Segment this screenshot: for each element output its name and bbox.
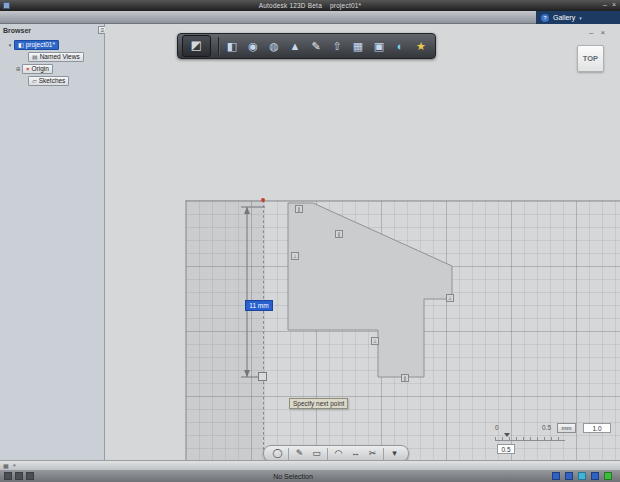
grid-toggle-icon[interactable]: ▦ [3, 462, 9, 469]
pattern-icon[interactable]: ▦ [348, 36, 368, 56]
scale-ruler [495, 437, 565, 441]
toolbar-separator [218, 37, 219, 55]
tree-row: ▱ Sketches [0, 75, 104, 86]
window-controls: – × [603, 1, 616, 8]
browser-tree: ▾ ◧ project01* ▤ Named Views ⊞ × Origin [0, 38, 104, 86]
constraint-icon[interactable]: ⊥ [291, 252, 299, 260]
expander-icon[interactable]: ▾ [6, 42, 14, 48]
prompt-tooltip: Specify next point [289, 398, 348, 409]
gallery-zone: ? Gallery ▾ [536, 11, 620, 24]
taskbar-icon[interactable] [4, 472, 12, 480]
extrude-icon[interactable]: ⇧ [327, 36, 347, 56]
app-menu-button[interactable]: ◩ [182, 35, 211, 57]
expander-icon[interactable]: ⊞ [14, 66, 22, 72]
ruler-marker-icon[interactable] [504, 433, 510, 437]
tree-item-project[interactable]: ◧ project01* [14, 40, 59, 50]
arc-tool-icon[interactable]: ◠ [331, 447, 346, 460]
arrow-down-icon [244, 370, 250, 377]
status-bar: ▦ ⌖ [0, 460, 620, 470]
dimension-tool-icon[interactable]: ↔ [348, 447, 363, 460]
doc-minimize-button[interactable]: – [589, 28, 593, 37]
taskbar-icon[interactable] [26, 472, 34, 480]
origin-hidden-icon: × [26, 66, 30, 72]
sketches-icon: ▱ [32, 78, 37, 84]
grid-scale-end: 0.5 [542, 424, 551, 431]
toolbar-separator [288, 448, 289, 460]
tree-row: ▾ ◧ project01* [0, 39, 104, 50]
app-title: Autodesk 123D Beta [259, 2, 322, 9]
snap-toggle-icon[interactable]: ⌖ [13, 462, 16, 469]
document-title: project01* [330, 2, 361, 9]
snap-point-marker [258, 372, 267, 381]
primitive-sphere-icon[interactable]: ◉ [243, 36, 263, 56]
tray-app-icon[interactable] [604, 472, 612, 480]
chevron-down-icon[interactable]: ▾ [579, 15, 582, 21]
constraint-icon[interactable]: ⊥ [446, 294, 454, 302]
views-icon: ▤ [32, 54, 38, 60]
tree-item-label: Named Views [40, 53, 80, 60]
bottom-left-icons [4, 472, 34, 480]
tray-app-icon[interactable] [591, 472, 599, 480]
sketch-profile[interactable] [288, 203, 452, 377]
application-window: Autodesk 123D Beta project01* – × ? Gall… [0, 0, 620, 482]
constraint-icon[interactable]: ∥ [295, 205, 303, 213]
title-bar: Autodesk 123D Beta project01* – × [0, 0, 620, 11]
grid-scale-start: 0 [495, 424, 499, 431]
primitive-cone-icon[interactable]: ▲ [285, 36, 305, 56]
tree-item-label: Origin [32, 65, 49, 72]
constraint-icon[interactable]: ∥ [335, 230, 343, 238]
dimension-value-input[interactable]: 11 mm [245, 300, 273, 311]
browser-panel: Browser ≡ ▾ ◧ project01* ▤ Named Views ⊞ [0, 24, 105, 460]
view-cube[interactable]: TOP [577, 45, 604, 72]
primitive-cylinder-icon[interactable]: ◍ [264, 36, 284, 56]
sketch-toolbar: ◯ ✎ ▭ ◠ ↔ ✂ ▾ [263, 445, 409, 460]
window-title: Autodesk 123D Beta project01* [0, 2, 620, 9]
trim-tool-icon[interactable]: ✂ [365, 447, 380, 460]
selection-status-text: No Selection [34, 473, 552, 480]
tree-item-label: Sketches [39, 77, 66, 84]
doc-close-button[interactable]: × [600, 28, 605, 37]
rectangle-tool-icon[interactable]: ▭ [309, 447, 324, 460]
viewport-canvas[interactable]: ∥ ⊥ ∥ ⊥ ∥ ⊥ 11 mm Specify next point ◩ ◧… [105, 24, 620, 460]
sketch-overlay [105, 24, 620, 460]
polyline-tool-icon[interactable]: ✎ [292, 447, 307, 460]
tree-item-sketches[interactable]: ▱ Sketches [28, 76, 69, 86]
favorites-icon[interactable]: ★ [411, 36, 431, 56]
main-toolbar: ◩ ◧ ◉ ◍ ▲ ✎ ⇧ ▦ ▣ ◐ ★ [177, 33, 436, 59]
browser-header: Browser ≡ [0, 24, 110, 36]
close-button[interactable]: × [612, 1, 616, 8]
tray-app-icon[interactable] [565, 472, 573, 480]
tree-item-label: project01* [26, 41, 55, 48]
origin-point-marker [261, 198, 265, 202]
construction-line[interactable] [263, 200, 264, 455]
taskbar-icon[interactable] [15, 472, 23, 480]
help-icon[interactable]: ? [541, 14, 549, 22]
gallery-button[interactable]: Gallery [553, 14, 575, 21]
primitive-box-icon[interactable]: ◧ [222, 36, 242, 56]
combine-icon[interactable]: ▣ [369, 36, 389, 56]
more-tools-icon[interactable]: ▾ [387, 447, 402, 460]
menu-bar: ? Gallery ▾ [0, 11, 620, 24]
bottom-bar: No Selection [0, 470, 620, 482]
bottom-right-icons [552, 472, 612, 480]
cube-icon: ◧ [18, 42, 24, 48]
browser-title: Browser [3, 27, 31, 34]
toolbar-separator [327, 448, 328, 460]
sketch-icon[interactable]: ✎ [306, 36, 326, 56]
tree-item-origin[interactable]: × Origin [22, 64, 53, 74]
tray-app-icon[interactable] [578, 472, 586, 480]
tree-row: ▤ Named Views [0, 51, 104, 62]
document-window-controls: – × [589, 28, 605, 37]
minimize-button[interactable]: – [603, 1, 607, 8]
toolbar-separator [383, 448, 384, 460]
grid-spacing-field[interactable]: 1.0 [583, 423, 611, 433]
material-icon[interactable]: ◐ [390, 36, 410, 56]
tree-item-named-views[interactable]: ▤ Named Views [28, 52, 84, 62]
unit-button[interactable]: mm [557, 423, 576, 433]
view-cube-label: TOP [583, 54, 598, 63]
snap-value-field[interactable]: 0.5 [497, 444, 515, 454]
circle-tool-icon[interactable]: ◯ [270, 447, 285, 460]
tray-app-icon[interactable] [552, 472, 560, 480]
constraint-icon[interactable]: ∥ [401, 374, 409, 382]
constraint-icon[interactable]: ⊥ [371, 337, 379, 345]
